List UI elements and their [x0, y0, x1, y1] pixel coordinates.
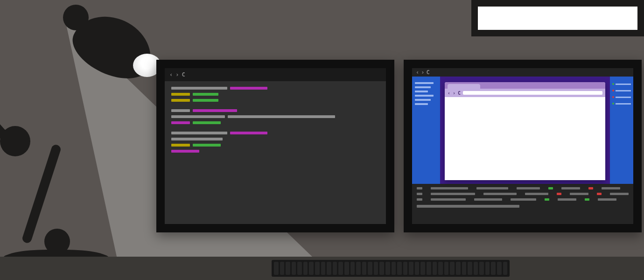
- keyboard-key: [362, 262, 367, 275]
- editor-body: [165, 81, 386, 224]
- keyboard-key: [503, 262, 508, 275]
- console-cell: [545, 198, 549, 201]
- reload-icon[interactable]: C: [426, 69, 429, 76]
- console-row: [417, 187, 629, 189]
- keyboard: [272, 260, 510, 277]
- code-token: [193, 144, 221, 147]
- browser-toolbar: ‹ › C: [445, 89, 605, 97]
- console-cell: [417, 193, 422, 195]
- console-cell: [597, 193, 602, 195]
- status-item: [612, 83, 631, 85]
- console-cell: [548, 187, 553, 189]
- forward-icon[interactable]: ›: [421, 69, 424, 76]
- code-token: [171, 144, 190, 147]
- sidebar-item[interactable]: [415, 82, 434, 84]
- status-label: [616, 90, 631, 91]
- devpanel-topbar: ‹ › C: [412, 68, 633, 77]
- editor-toolbar: ‹ › C: [165, 68, 386, 81]
- console-cell: [431, 198, 466, 201]
- keyboard-key: [479, 262, 484, 275]
- code-token: [228, 115, 335, 118]
- sidebar-item[interactable]: [415, 86, 431, 88]
- status-ok-icon: [612, 103, 614, 105]
- sidebar-item[interactable]: [415, 99, 431, 101]
- code-token: [193, 99, 218, 102]
- console-cell: [588, 187, 593, 189]
- code-token: [171, 150, 199, 153]
- console-cell: [431, 193, 475, 195]
- code-token: [171, 115, 225, 118]
- back-icon[interactable]: ‹: [448, 91, 450, 96]
- keyboard-key: [309, 262, 314, 275]
- console-cell: [474, 198, 502, 201]
- code-token: [230, 87, 267, 90]
- browser-tab[interactable]: [448, 84, 480, 89]
- keyboard-key: [474, 262, 478, 275]
- console-cell: [517, 187, 540, 189]
- keyboard-key: [433, 262, 437, 275]
- code-block: [171, 87, 379, 102]
- back-icon[interactable]: ‹: [169, 71, 173, 78]
- code-line: [171, 115, 379, 118]
- keyboard-key: [450, 262, 455, 275]
- code-token: [171, 109, 190, 112]
- left-monitor: ‹ › C: [156, 60, 394, 232]
- code-block: [171, 109, 379, 124]
- right-sidebar: [610, 77, 633, 184]
- keyboard-key: [274, 262, 279, 275]
- forward-icon[interactable]: ›: [175, 71, 179, 78]
- console-row: [417, 198, 629, 201]
- keyboard-key: [297, 262, 302, 275]
- console-cell: [602, 187, 620, 189]
- forward-icon[interactable]: ›: [453, 91, 455, 96]
- keyboard-key: [409, 262, 413, 275]
- right-monitor: ‹ › C ‹ › C: [404, 60, 642, 232]
- status-label: [616, 103, 631, 105]
- keyboard-key: [392, 262, 396, 275]
- browser-window: ‹ › C: [445, 82, 605, 180]
- keyboard-key: [497, 262, 502, 275]
- keyboard-key: [350, 262, 355, 275]
- address-bar[interactable]: [463, 91, 602, 95]
- preview-canvas: ‹ › C: [440, 77, 610, 184]
- keyboard-key: [444, 262, 449, 275]
- keyboard-key: [327, 262, 331, 275]
- back-icon[interactable]: ‹: [416, 69, 419, 76]
- keyboard-key: [397, 262, 402, 275]
- code-token: [171, 121, 190, 124]
- status-error-icon: [612, 90, 614, 91]
- browser-tabbar: [445, 82, 605, 89]
- reload-icon[interactable]: C: [182, 71, 185, 78]
- keyboard-key: [374, 262, 378, 275]
- code-line: [171, 121, 379, 124]
- code-token: [193, 121, 221, 124]
- desk-lamp: [0, 0, 159, 280]
- status-item: [612, 103, 631, 105]
- status-label: [616, 84, 631, 85]
- sidebar-item[interactable]: [415, 95, 434, 97]
- console-cell: [570, 193, 588, 195]
- console-cell: [483, 193, 517, 195]
- sidebar-item[interactable]: [415, 103, 428, 105]
- console-footer: [417, 205, 519, 208]
- code-line: [171, 93, 379, 96]
- code-editor: ‹ › C: [165, 68, 386, 224]
- keyboard-key: [333, 262, 337, 275]
- code-line: [171, 150, 379, 153]
- console-cell: [610, 193, 629, 195]
- sidebar-item[interactable]: [415, 91, 428, 92]
- keyboard-key: [420, 262, 425, 275]
- keyboard-key: [315, 262, 320, 275]
- keyboard-key: [280, 262, 285, 275]
- status-error-icon: [612, 96, 614, 98]
- console-cell: [476, 187, 508, 189]
- code-token: [171, 87, 227, 90]
- keyboard-key: [379, 262, 384, 275]
- status-ok-icon: [612, 83, 614, 85]
- reload-icon[interactable]: C: [458, 91, 461, 96]
- keyboard-key: [415, 262, 420, 275]
- keyboard-key: [427, 262, 431, 275]
- browser-viewport: [445, 97, 605, 180]
- keyboard-key: [491, 262, 496, 275]
- code-token: [230, 132, 267, 134]
